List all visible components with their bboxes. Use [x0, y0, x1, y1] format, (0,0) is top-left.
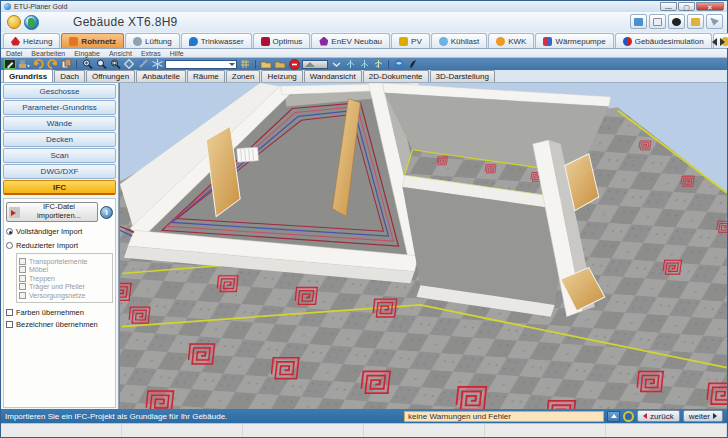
sidebar-item-scan[interactable]: Scan	[3, 148, 116, 163]
ribbon-tab-gebaeudesimulation[interactable]: Gebäudesimulation	[615, 33, 712, 48]
ribbon-tab-kuehllast[interactable]: Kühllast	[431, 33, 487, 48]
folder-open-button[interactable]	[260, 59, 272, 69]
snowflake-button[interactable]	[151, 59, 163, 69]
tab-scroll-left-icon[interactable]	[712, 38, 717, 46]
view-tab-raeume[interactable]: Räume	[187, 70, 225, 82]
view-tab-3d-darstellung[interactable]: 3D-Darstellung	[430, 70, 495, 82]
view-tab-grundriss[interactable]: Grundriss	[3, 69, 53, 82]
render-button[interactable]	[407, 59, 419, 69]
sidebar-item-label: IFC	[53, 183, 66, 192]
status-ring-icon[interactable]	[623, 411, 634, 422]
menu-ansicht[interactable]: Ansicht	[109, 50, 132, 57]
sidebar-item-ifc[interactable]: IFC	[3, 180, 116, 195]
ribbon-tab-enev-neubau[interactable]: EnEV Neubau	[311, 33, 390, 48]
copy-plan-button[interactable]	[60, 59, 72, 69]
checkbox-moebel[interactable]: Möbel	[19, 266, 110, 273]
menu-hilfe[interactable]: Hilfe	[170, 50, 184, 57]
zoom-button[interactable]	[95, 59, 107, 69]
view-tab-heizung[interactable]: Heizung	[261, 70, 302, 82]
ribbon-tab-waermepumpe[interactable]: Wärmepumpe	[535, 33, 613, 48]
title-bar[interactable]: ETU-Planer Gold — ▢ ✕	[1, 1, 727, 12]
draw-pencil-button[interactable]	[4, 59, 16, 69]
menu-bearbeiten[interactable]: Bearbeiten	[31, 50, 65, 57]
sidebar-item-dwg-dxf[interactable]: DWG/DXF	[3, 164, 116, 179]
radio-reduced-import[interactable]: Reduzierter Import	[6, 241, 113, 250]
pipe-tree-button-3[interactable]	[372, 59, 384, 69]
ribbon-tab-rohrnetz[interactable]: Rohrnetz	[61, 33, 124, 48]
ribbon-tab-optimus[interactable]: Optimus	[253, 33, 311, 48]
document-button[interactable]	[649, 14, 666, 29]
warnings-box[interactable]: keine Warnungen und Fehler	[404, 411, 604, 422]
checkbox-farben-uebernehmen[interactable]: Farben übernehmen	[6, 308, 113, 317]
pipe-tree-button-1[interactable]	[344, 59, 356, 69]
globe-view-button[interactable]	[393, 59, 405, 69]
zoom-in-button[interactable]	[81, 59, 93, 69]
3d-scene[interactable]	[120, 83, 727, 409]
texture-dropdown[interactable]	[330, 59, 342, 69]
view-tab-2d-dokumente[interactable]: 2D-Dokumente	[363, 70, 429, 82]
close-button[interactable]: ✕	[696, 2, 724, 11]
radio-icon	[6, 228, 13, 235]
ribbon-tab-label: Heizung	[23, 37, 52, 46]
checkbox-treppen[interactable]: Treppen	[19, 275, 110, 282]
sidebar-item-parameter-grundriss[interactable]: Parameter-Grundriss	[3, 100, 116, 115]
background-image-dropdown[interactable]	[302, 60, 328, 69]
measure-button[interactable]	[137, 59, 149, 69]
checkbox-icon	[19, 258, 26, 265]
next-button[interactable]: weiter	[683, 410, 723, 422]
ribbon-tab-kwk[interactable]: KWK	[488, 33, 534, 48]
menu-datei[interactable]: Datei	[6, 50, 22, 57]
ribbon-tab-trinkwasser[interactable]: Trinkwasser	[181, 33, 252, 48]
grid-button[interactable]	[239, 59, 251, 69]
sidebar: Geschosse Parameter-Grundriss Wände Deck…	[1, 83, 119, 409]
menu-eingabe[interactable]: Eingabe	[74, 50, 100, 57]
scale-combobox[interactable]	[165, 60, 237, 69]
view-tab-label: Dach	[60, 72, 79, 81]
home-button[interactable]	[687, 14, 704, 29]
ribbon-tab-pv[interactable]: PV	[391, 33, 430, 48]
checkbox-icon	[6, 321, 13, 328]
ribbon-tab-bar: Heizung Rohrnetz Lüftung Trinkwasser Opt…	[1, 32, 727, 49]
ribbon-tab-lueftung[interactable]: Lüftung	[125, 33, 180, 48]
checkbox-bezeichner-uebernehmen[interactable]: Bezeichner übernehmen	[6, 320, 113, 329]
view-tab-oeffnungen[interactable]: Öffnungen	[86, 70, 135, 82]
back-button[interactable]: zurück	[637, 410, 680, 422]
view-tab-zonen[interactable]: Zonen	[226, 70, 261, 82]
expand-warnings-button[interactable]	[607, 411, 620, 422]
view-tab-label: Zonen	[232, 72, 255, 81]
checkbox-transportelemente[interactable]: Transportelemente	[19, 258, 110, 265]
next-arrow-icon	[713, 413, 717, 419]
menu-bar: Datei Bearbeiten Eingabe Ansicht Extras …	[1, 49, 727, 58]
zoom-fit-button[interactable]	[109, 59, 121, 69]
history-button[interactable]	[668, 14, 685, 29]
checkbox-versorgungsnetze[interactable]: Versorgungsnetze	[19, 292, 110, 299]
ribbon-tab-heizung[interactable]: Heizung	[3, 33, 60, 48]
sidebar-item-decken[interactable]: Decken	[3, 132, 116, 147]
center-view-button[interactable]	[123, 59, 135, 69]
tab-scroll-right-icon[interactable]	[720, 38, 725, 46]
status-bar: Importieren Sie ein IFC-Projekt als Grun…	[1, 409, 727, 423]
optimus-icon	[261, 37, 270, 46]
checkbox-traeger-und-pfeiler[interactable]: Träger und Pfeiler	[19, 283, 110, 290]
stamp-dropdown-button[interactable]	[18, 59, 30, 69]
maximize-button[interactable]: ▢	[678, 2, 695, 11]
info-button[interactable]: i	[100, 206, 113, 219]
view-tab-anbauteile[interactable]: Anbauteile	[136, 70, 186, 82]
view-tab-wandansicht[interactable]: Wandansicht	[304, 70, 362, 82]
sidebar-item-waende[interactable]: Wände	[3, 116, 116, 131]
warning-button[interactable]	[288, 59, 300, 69]
radio-full-import[interactable]: Vollständiger Import	[6, 227, 113, 236]
ifc-import-button[interactable]: IFC-Dateiimportieren...	[6, 202, 98, 222]
view-tab-label: Heizung	[267, 72, 296, 81]
undo-button[interactable]	[32, 59, 44, 69]
3d-viewport[interactable]	[119, 83, 727, 409]
redo-button[interactable]	[46, 59, 58, 69]
tools-button[interactable]	[706, 14, 723, 29]
folder-save-button[interactable]	[274, 59, 286, 69]
project-open-button[interactable]	[630, 14, 647, 29]
view-tab-dach[interactable]: Dach	[54, 70, 85, 82]
sidebar-item-geschosse[interactable]: Geschosse	[3, 84, 116, 99]
pipe-tree-button-2[interactable]	[358, 59, 370, 69]
minimize-button[interactable]: —	[660, 2, 677, 11]
menu-extras[interactable]: Extras	[141, 50, 161, 57]
